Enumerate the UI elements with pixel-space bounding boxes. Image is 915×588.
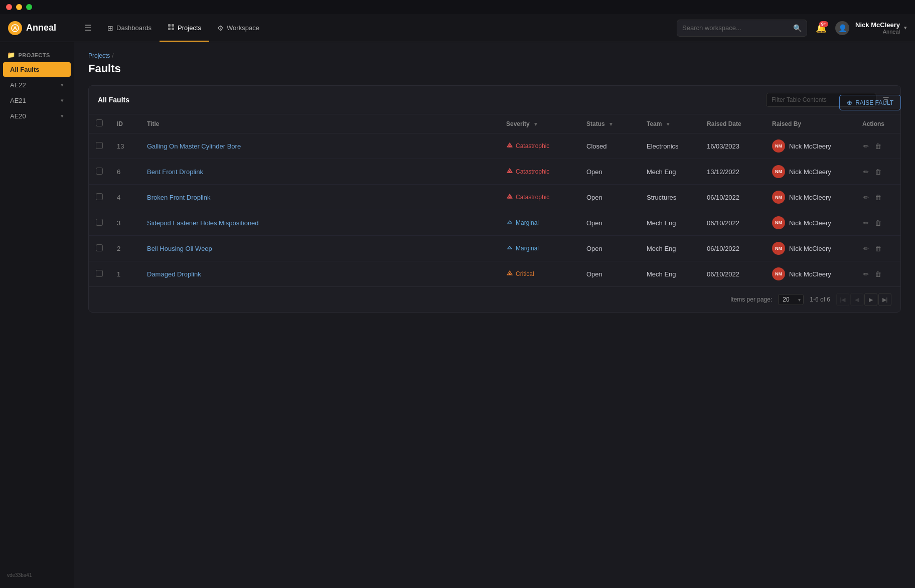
- raise-fault-icon: ⊕: [847, 99, 852, 106]
- maximize-button[interactable]: [26, 4, 32, 10]
- menu-toggle-icon[interactable]: ☰: [80, 23, 95, 33]
- nav-link-workspace[interactable]: ⚙ Workspace: [209, 14, 267, 42]
- next-page-button[interactable]: ▶: [864, 293, 877, 306]
- edit-button[interactable]: ✏: [862, 218, 870, 228]
- delete-button[interactable]: 🗑: [874, 218, 882, 228]
- delete-button[interactable]: 🗑: [874, 193, 882, 202]
- cell-raised-date: 06/10/2022: [700, 185, 765, 210]
- col-header-team[interactable]: Team ▼: [640, 114, 700, 133]
- fault-link[interactable]: Sidepod Fastener Holes Mispositioned: [147, 219, 259, 227]
- raised-by-name: Nick McCleery: [789, 219, 831, 227]
- cell-severity: Marginal: [499, 210, 579, 236]
- row-checkbox[interactable]: [96, 193, 103, 200]
- user-cell: NM Nick McCleery: [772, 242, 848, 255]
- row-checkbox[interactable]: [96, 168, 103, 175]
- cell-actions: ✏ 🗑: [855, 210, 900, 236]
- cell-id: 4: [110, 185, 140, 210]
- cell-checkbox[interactable]: [89, 133, 110, 159]
- user-cell: NM Nick McCleery: [772, 139, 848, 153]
- row-checkbox[interactable]: [96, 270, 103, 277]
- table-row: 3 Sidepod Fastener Holes Mispositioned M…: [89, 210, 900, 236]
- cell-team: Structures: [640, 185, 700, 210]
- delete-button[interactable]: 🗑: [874, 269, 882, 279]
- cell-id: 13: [110, 133, 140, 159]
- action-buttons: ✏ 🗑: [862, 244, 893, 253]
- select-all-checkbox[interactable]: [96, 119, 103, 126]
- row-checkbox[interactable]: [96, 142, 103, 149]
- user-cell: NM Nick McCleery: [772, 216, 848, 229]
- cell-raised-date: 16/03/2023: [700, 133, 765, 159]
- raise-fault-button[interactable]: ⊕ RAISE FAULT: [839, 95, 901, 110]
- table-row: 13 Galling On Master Cylinder Bore Catas…: [89, 133, 900, 159]
- table-head: ID Title Severity ▼ Status ▼ Team ▼: [89, 114, 900, 133]
- nav-link-dashboards[interactable]: ⊞ Dashboards: [99, 14, 160, 42]
- fault-link[interactable]: Bent Front Droplink: [147, 168, 203, 176]
- per-page-wrapper[interactable]: 20 10 50 100: [778, 294, 804, 305]
- severity-badge: Catastrophic: [506, 142, 572, 151]
- cell-status: Open: [579, 236, 640, 261]
- edit-button[interactable]: ✏: [862, 167, 870, 177]
- col-header-checkbox[interactable]: [89, 114, 110, 133]
- row-checkbox[interactable]: [96, 219, 103, 226]
- avatar: NM: [772, 139, 785, 153]
- user-info[interactable]: Nick McCleery Anneal ▾: [855, 21, 907, 35]
- cell-title: Bent Front Droplink: [140, 159, 499, 185]
- raised-by-name: Nick McCleery: [789, 270, 831, 278]
- fault-link[interactable]: Broken Front Droplink: [147, 194, 210, 201]
- edit-button[interactable]: ✏: [862, 269, 870, 279]
- close-button[interactable]: [6, 4, 12, 10]
- fault-link[interactable]: Bell Housing Oil Weep: [147, 245, 212, 252]
- col-header-status[interactable]: Status ▼: [579, 114, 640, 133]
- svg-rect-2: [172, 24, 174, 27]
- cell-checkbox[interactable]: [89, 210, 110, 236]
- user-cell: NM Nick McCleery: [772, 191, 848, 204]
- col-header-actions: Actions: [855, 114, 900, 133]
- search-area[interactable]: 🔍: [677, 20, 807, 37]
- search-icon[interactable]: 🔍: [793, 24, 802, 32]
- raised-by-name: Nick McCleery: [789, 168, 831, 176]
- search-input[interactable]: [682, 24, 793, 32]
- prev-page-button[interactable]: ◀: [850, 293, 863, 306]
- page-info: 1-6 of 6: [810, 296, 830, 303]
- first-page-button[interactable]: |◀: [836, 293, 849, 306]
- row-checkbox[interactable]: [96, 244, 103, 251]
- sort-icon: ▼: [666, 121, 671, 127]
- sidebar-projects-label[interactable]: 📁 PROJECTS: [0, 48, 74, 62]
- sidebar-item-ae21[interactable]: AE21 ▾: [3, 93, 71, 108]
- cell-checkbox[interactable]: [89, 159, 110, 185]
- edit-button[interactable]: ✏: [862, 193, 870, 202]
- pagination-row: Items per page: 20 10 50 100 1-6 of 6 |◀…: [89, 286, 900, 312]
- fault-link[interactable]: Galling On Master Cylinder Bore: [147, 142, 241, 150]
- cell-checkbox[interactable]: [89, 185, 110, 210]
- fault-link[interactable]: Damaged Droplink: [147, 270, 201, 278]
- user-menu-chevron-icon: ▾: [904, 25, 907, 31]
- cell-actions: ✏ 🗑: [855, 261, 900, 287]
- delete-button[interactable]: 🗑: [874, 141, 882, 151]
- cell-team: Mech Eng: [640, 159, 700, 185]
- col-header-severity[interactable]: Severity ▼: [499, 114, 579, 133]
- page-nav-buttons: |◀ ◀ ▶ ▶|: [836, 293, 891, 306]
- cell-checkbox[interactable]: [89, 261, 110, 287]
- notifications-button[interactable]: 🔔 9+: [813, 20, 829, 36]
- nav-link-projects[interactable]: Projects: [160, 14, 209, 42]
- delete-button[interactable]: 🗑: [874, 244, 882, 253]
- edit-button[interactable]: ✏: [862, 141, 870, 151]
- cell-raised-date: 06/10/2022: [700, 210, 765, 236]
- cell-status: Open: [579, 261, 640, 287]
- breadcrumb-projects-link[interactable]: Projects: [88, 52, 110, 59]
- last-page-button[interactable]: ▶|: [878, 293, 891, 306]
- cell-checkbox[interactable]: [89, 236, 110, 261]
- cell-status: Open: [579, 159, 640, 185]
- severity-icon: [506, 168, 513, 176]
- per-page-select[interactable]: 20 10 50 100: [778, 294, 804, 305]
- sidebar-item-all-faults[interactable]: All Faults: [3, 62, 71, 77]
- top-nav: Anneal ☰ ⊞ Dashboards Projects ⚙ Workspa…: [0, 14, 915, 42]
- delete-button[interactable]: 🗑: [874, 167, 882, 177]
- sort-icon: ▼: [533, 121, 538, 127]
- minimize-button[interactable]: [16, 4, 22, 10]
- edit-button[interactable]: ✏: [862, 244, 870, 253]
- sidebar-item-ae20[interactable]: AE20 ▾: [3, 109, 71, 123]
- svg-rect-3: [168, 28, 171, 30]
- page-title: Faults: [88, 62, 901, 75]
- sidebar-item-ae22[interactable]: AE22 ▾: [3, 78, 71, 92]
